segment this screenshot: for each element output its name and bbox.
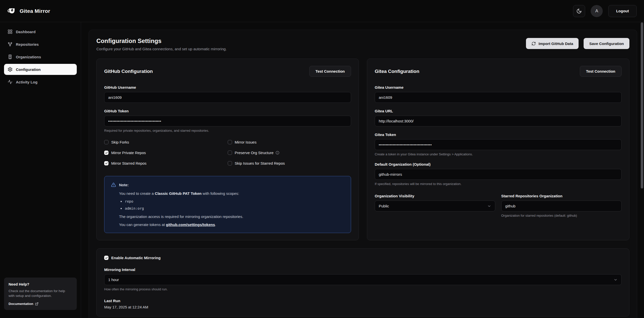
note-tokens-line: You can generate tokens at github.com/se… xyxy=(119,222,344,227)
main-content: Configuration Settings Configure your Gi… xyxy=(81,22,644,318)
app-title: Gitea Mirror xyxy=(20,8,50,14)
brand: Gitea Mirror xyxy=(8,7,50,16)
sidebar-nav: Dashboard Repositories Organizations Con… xyxy=(4,26,77,87)
default-organization-hint: If specified, repositories will be mirro… xyxy=(375,182,622,186)
github-token-hint: Required for private repositories, organ… xyxy=(104,129,351,132)
sidebar-item-label: Dashboard xyxy=(16,30,35,34)
gitea-configuration-card: Gitea Configuration Test Connection Gite… xyxy=(367,59,629,240)
mirroring-interval-select[interactable]: 1 hour xyxy=(104,274,622,285)
dashboard-grid-icon xyxy=(8,29,13,34)
alert-triangle-icon xyxy=(111,182,116,187)
github-token-label: GitHub Token xyxy=(104,109,351,113)
checkbox-enable-automatic-mirroring[interactable]: Enable Automatic Mirroring xyxy=(104,256,622,260)
checkbox-box[interactable] xyxy=(228,151,232,155)
mirroring-interval-label: Mirroring Interval xyxy=(104,267,622,272)
sidebar-item-label: Repositories xyxy=(16,42,39,47)
info-icon[interactable] xyxy=(276,151,279,155)
check-icon xyxy=(105,151,108,154)
refresh-icon xyxy=(532,41,536,46)
mirroring-interval-value: 1 hour xyxy=(108,278,119,282)
header-controls: A Logout xyxy=(573,5,637,17)
gitea-test-connection-button[interactable]: Test Connection xyxy=(580,66,622,77)
mirroring-interval-hint: How often the mirroring process should r… xyxy=(104,287,622,291)
need-help-title: Need Help? xyxy=(9,282,72,286)
external-link-icon xyxy=(35,302,39,306)
last-run-label: Last Run xyxy=(104,299,622,303)
sidebar-item-repositories[interactable]: Repositories xyxy=(4,39,77,50)
sidebar: Dashboard Repositories Organizations Con… xyxy=(0,22,81,318)
gitea-username-label: Gitea Username xyxy=(375,85,622,89)
note-title: Note: xyxy=(119,183,129,187)
github-token-input[interactable] xyxy=(104,116,351,126)
gear-icon xyxy=(8,67,13,72)
check-icon xyxy=(105,162,108,165)
documentation-link[interactable]: Documentation xyxy=(9,302,39,306)
import-button-label: Import GitHub Data xyxy=(539,41,573,46)
configuration-panel: Configuration Settings Configure your Gi… xyxy=(89,30,637,318)
checkbox-mirror-private-repos[interactable]: Mirror Private Repos xyxy=(104,151,228,155)
github-card-title: GitHub Configuration xyxy=(104,69,153,74)
pat-token-note: Note: You need to create a Classic GitHu… xyxy=(104,176,351,233)
need-help-body: Check out the documentation for help wit… xyxy=(9,289,69,298)
checkbox-mirror-issues[interactable]: Mirror Issues xyxy=(228,140,351,144)
sidebar-item-dashboard[interactable]: Dashboard xyxy=(4,26,77,37)
github-settings-tokens-link[interactable]: github.com/settings/tokens xyxy=(166,222,215,227)
building-icon xyxy=(8,54,13,59)
gitea-username-input[interactable] xyxy=(375,92,622,103)
organization-visibility-select[interactable]: Public xyxy=(375,201,495,211)
user-avatar[interactable]: A xyxy=(591,5,603,17)
checkbox-box[interactable] xyxy=(104,151,108,155)
note-scopes-list: repo admin:org xyxy=(121,199,344,210)
gitea-url-label: Gitea URL xyxy=(375,109,622,113)
chevron-down-icon xyxy=(487,204,491,208)
git-fork-icon xyxy=(8,42,13,47)
note-intro: You need to create a Classic GitHub PAT … xyxy=(119,191,344,196)
scope-item: repo xyxy=(121,199,344,203)
checkbox-mirror-starred-repos[interactable]: Mirror Starred Repos xyxy=(104,161,228,165)
sidebar-item-organizations[interactable]: Organizations xyxy=(4,51,77,62)
checkbox-box[interactable] xyxy=(104,140,108,144)
github-test-connection-button[interactable]: Test Connection xyxy=(309,66,351,77)
sidebar-item-configuration[interactable]: Configuration xyxy=(4,64,77,75)
checkbox-skip-forks[interactable]: Skip Forks xyxy=(104,140,228,144)
sidebar-item-activity-log[interactable]: Activity Log xyxy=(4,76,77,87)
gitea-logo-icon xyxy=(8,7,17,16)
github-options: Skip Forks Mirror Private Repos Mirror S… xyxy=(104,140,351,165)
starred-organization-hint: Organization for starred repositories (d… xyxy=(501,214,622,217)
checkbox-box[interactable] xyxy=(228,161,232,165)
page-subtitle: Configure your GitHub and Gitea connecti… xyxy=(96,47,227,51)
top-bar: Gitea Mirror A Logout xyxy=(0,0,644,22)
moon-icon xyxy=(576,8,582,14)
last-run-value: May 17, 2025 at 12:24 AM xyxy=(104,305,622,309)
github-username-input[interactable] xyxy=(104,92,351,103)
checkbox-box[interactable] xyxy=(104,161,108,165)
github-username-label: GitHub Username xyxy=(104,85,351,89)
note-paragraph: The organization access is required for … xyxy=(119,214,344,219)
gitea-token-input[interactable] xyxy=(375,139,622,150)
starred-repositories-organization-input[interactable] xyxy=(501,201,622,211)
default-organization-label: Default Organization (Optional) xyxy=(375,162,622,166)
organization-visibility-value: Public xyxy=(379,204,389,208)
save-configuration-button[interactable]: Save Configuration xyxy=(584,38,629,49)
checkbox-box[interactable] xyxy=(104,256,108,260)
organization-visibility-label: Organization Visibility xyxy=(375,194,495,198)
checkbox-preserve-org-structure[interactable]: Preserve Org Structure xyxy=(228,151,351,155)
gitea-url-input[interactable] xyxy=(375,116,622,126)
theme-toggle-button[interactable] xyxy=(573,5,585,17)
import-github-data-button[interactable]: Import GitHub Data xyxy=(526,38,579,49)
checkbox-skip-issues-starred[interactable]: Skip Issues for Starred Repos xyxy=(228,161,351,165)
chevron-down-icon xyxy=(614,278,618,282)
automatic-mirroring-card: Enable Automatic Mirroring Mirroring Int… xyxy=(96,248,629,316)
default-organization-input[interactable] xyxy=(375,169,622,180)
sidebar-item-label: Organizations xyxy=(16,55,41,59)
gitea-card-title: Gitea Configuration xyxy=(375,69,419,74)
logout-button[interactable]: Logout xyxy=(608,5,637,17)
documentation-link-label: Documentation xyxy=(9,302,33,306)
sidebar-item-label: Configuration xyxy=(16,67,41,72)
page-title: Configuration Settings xyxy=(96,37,227,44)
need-help-card: Need Help? Check out the documentation f… xyxy=(4,278,77,310)
checkbox-box[interactable] xyxy=(228,140,232,144)
check-icon xyxy=(105,256,108,259)
scope-item: admin:org xyxy=(121,206,344,210)
vertical-scrollbar-thumb[interactable] xyxy=(641,22,643,189)
